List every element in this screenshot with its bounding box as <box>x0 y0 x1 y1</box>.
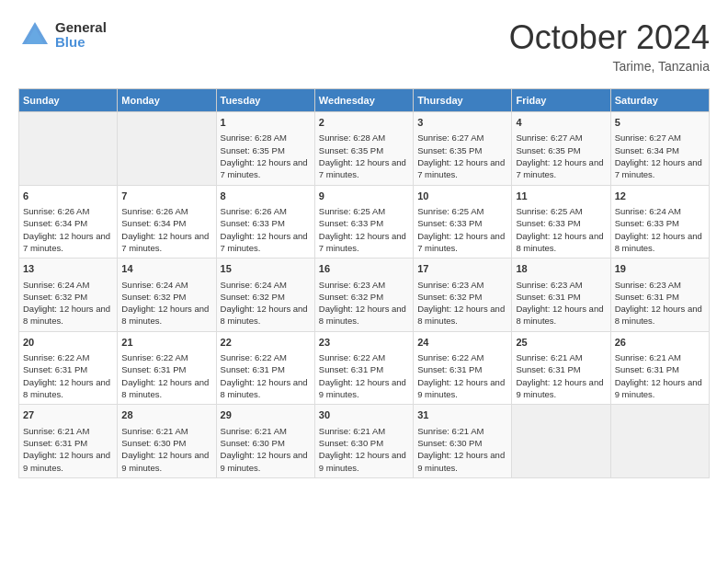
day-info: Sunset: 6:34 PM <box>121 217 211 229</box>
day-info: Sunrise: 6:26 AM <box>121 205 211 217</box>
day-info: Daylight: 12 hours and 8 minutes. <box>23 303 113 327</box>
calendar-cell: 18Sunrise: 6:23 AMSunset: 6:31 PMDayligh… <box>512 259 610 332</box>
day-number: 10 <box>417 190 507 203</box>
day-info: Sunrise: 6:25 AM <box>319 205 409 217</box>
calendar-cell: 30Sunrise: 6:21 AMSunset: 6:30 PMDayligh… <box>314 405 413 478</box>
calendar-cell: 22Sunrise: 6:22 AMSunset: 6:31 PMDayligh… <box>216 331 314 405</box>
day-info: Sunrise: 6:22 AM <box>23 351 113 363</box>
day-header-wednesday: Wednesday <box>314 89 413 112</box>
calendar-cell: 25Sunrise: 6:21 AMSunset: 6:31 PMDayligh… <box>512 331 610 405</box>
day-info: Sunrise: 6:27 AM <box>417 132 507 144</box>
day-info: Sunrise: 6:24 AM <box>221 279 311 291</box>
day-info: Daylight: 12 hours and 7 minutes. <box>23 230 113 255</box>
day-info: Sunset: 6:30 PM <box>417 437 507 449</box>
calendar-cell <box>610 405 709 478</box>
day-info: Daylight: 12 hours and 7 minutes. <box>221 156 311 181</box>
day-info: Sunset: 6:31 PM <box>121 363 211 375</box>
calendar-week-row: 6Sunrise: 6:26 AMSunset: 6:34 PMDaylight… <box>19 185 710 259</box>
calendar-week-row: 27Sunrise: 6:21 AMSunset: 6:31 PMDayligh… <box>19 405 710 478</box>
day-info: Sunrise: 6:25 AM <box>417 205 507 217</box>
calendar-cell: 31Sunrise: 6:21 AMSunset: 6:30 PMDayligh… <box>414 405 512 478</box>
day-info: Sunrise: 6:24 AM <box>615 205 705 217</box>
day-info: Sunrise: 6:23 AM <box>516 279 606 291</box>
day-info: Sunrise: 6:27 AM <box>516 132 606 144</box>
day-info: Sunset: 6:31 PM <box>23 363 113 375</box>
calendar-cell: 3Sunrise: 6:27 AMSunset: 6:35 PMDaylight… <box>414 112 512 186</box>
day-info: Sunset: 6:32 PM <box>319 291 409 303</box>
day-info: Sunset: 6:31 PM <box>23 437 113 449</box>
day-info: Daylight: 12 hours and 8 minutes. <box>417 303 507 327</box>
day-number: 1 <box>221 116 311 130</box>
calendar-cell <box>118 112 216 186</box>
day-info: Daylight: 12 hours and 9 minutes. <box>417 449 507 474</box>
day-info: Daylight: 12 hours and 7 minutes. <box>319 230 409 255</box>
day-info: Sunset: 6:32 PM <box>417 291 507 303</box>
calendar-cell: 2Sunrise: 6:28 AMSunset: 6:35 PMDaylight… <box>314 112 413 186</box>
day-info: Daylight: 12 hours and 9 minutes. <box>319 449 409 474</box>
day-number: 25 <box>516 336 606 350</box>
month-title: October 2024 <box>509 18 710 57</box>
day-info: Sunset: 6:31 PM <box>516 363 606 375</box>
day-info: Sunset: 6:35 PM <box>319 144 409 156</box>
day-number: 15 <box>221 262 311 276</box>
day-header-saturday: Saturday <box>610 89 709 112</box>
calendar-cell: 12Sunrise: 6:24 AMSunset: 6:33 PMDayligh… <box>610 185 709 259</box>
title-section: October 2024 Tarime, Tanzania <box>509 18 710 74</box>
day-info: Sunset: 6:33 PM <box>516 217 606 229</box>
day-info: Sunset: 6:32 PM <box>23 291 113 303</box>
day-number: 13 <box>23 262 113 276</box>
day-info: Daylight: 12 hours and 8 minutes. <box>221 376 311 401</box>
day-info: Sunrise: 6:23 AM <box>417 279 507 291</box>
calendar-cell: 4Sunrise: 6:27 AMSunset: 6:35 PMDaylight… <box>512 112 610 186</box>
day-header-monday: Monday <box>118 89 216 112</box>
calendar-cell: 14Sunrise: 6:24 AMSunset: 6:32 PMDayligh… <box>118 259 216 332</box>
calendar-cell <box>19 112 118 186</box>
day-number: 14 <box>121 262 211 276</box>
calendar-table: SundayMondayTuesdayWednesdayThursdayFrid… <box>18 88 710 478</box>
calendar-cell: 16Sunrise: 6:23 AMSunset: 6:32 PMDayligh… <box>314 259 413 332</box>
day-number: 4 <box>516 116 606 130</box>
day-info: Sunrise: 6:27 AM <box>615 132 705 144</box>
day-number: 16 <box>319 262 409 276</box>
day-info: Sunset: 6:32 PM <box>221 291 311 303</box>
day-info: Daylight: 12 hours and 9 minutes. <box>221 449 311 474</box>
day-info: Sunset: 6:35 PM <box>221 144 311 156</box>
day-header-tuesday: Tuesday <box>216 89 314 112</box>
day-number: 26 <box>615 336 705 350</box>
day-info: Sunrise: 6:28 AM <box>319 132 409 144</box>
day-info: Daylight: 12 hours and 8 minutes. <box>319 303 409 327</box>
day-info: Daylight: 12 hours and 8 minutes. <box>615 303 705 327</box>
day-number: 5 <box>615 116 705 130</box>
day-number: 29 <box>221 408 311 422</box>
day-info: Sunrise: 6:21 AM <box>121 425 211 437</box>
day-info: Daylight: 12 hours and 8 minutes. <box>615 230 705 255</box>
day-number: 7 <box>121 190 211 203</box>
day-info: Sunset: 6:32 PM <box>121 291 211 303</box>
calendar-cell: 19Sunrise: 6:23 AMSunset: 6:31 PMDayligh… <box>610 259 709 332</box>
day-number: 9 <box>319 190 409 203</box>
day-info: Sunrise: 6:21 AM <box>319 425 409 437</box>
calendar-cell: 24Sunrise: 6:22 AMSunset: 6:31 PMDayligh… <box>414 331 512 405</box>
calendar-week-row: 1Sunrise: 6:28 AMSunset: 6:35 PMDaylight… <box>19 112 710 186</box>
day-number: 17 <box>417 262 507 276</box>
logo-general: General <box>55 20 107 36</box>
day-info: Sunset: 6:31 PM <box>615 363 705 375</box>
day-number: 24 <box>417 336 507 350</box>
day-info: Sunrise: 6:26 AM <box>23 205 113 217</box>
calendar-week-row: 20Sunrise: 6:22 AMSunset: 6:31 PMDayligh… <box>19 331 710 405</box>
logo: General Blue <box>18 18 107 52</box>
day-info: Daylight: 12 hours and 9 minutes. <box>23 449 113 474</box>
day-info: Daylight: 12 hours and 8 minutes. <box>121 376 211 401</box>
day-info: Sunrise: 6:23 AM <box>319 279 409 291</box>
calendar-cell <box>512 405 610 478</box>
day-number: 21 <box>121 336 211 350</box>
day-info: Sunset: 6:33 PM <box>417 217 507 229</box>
day-number: 11 <box>516 190 606 203</box>
calendar-cell: 28Sunrise: 6:21 AMSunset: 6:30 PMDayligh… <box>118 405 216 478</box>
day-number: 12 <box>615 190 705 203</box>
day-info: Sunrise: 6:22 AM <box>319 351 409 363</box>
day-number: 28 <box>121 408 211 422</box>
day-info: Daylight: 12 hours and 7 minutes. <box>516 156 606 181</box>
day-number: 20 <box>23 336 113 350</box>
day-number: 23 <box>319 336 409 350</box>
